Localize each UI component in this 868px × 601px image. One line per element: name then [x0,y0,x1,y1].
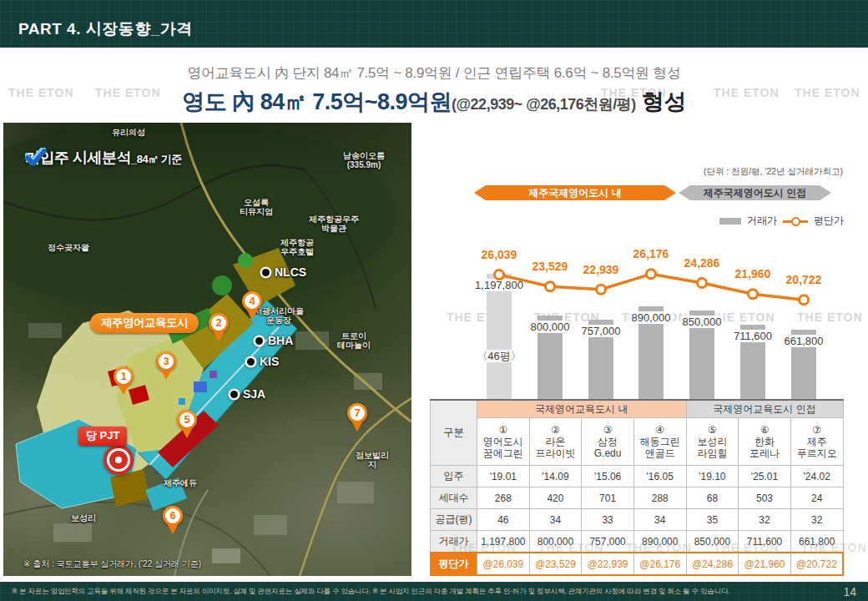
place-label: 오설록 티뮤지엄 [240,198,273,216]
table-cell: 661,800 [790,531,843,553]
table-cell: 420 [529,487,582,509]
table-row-movein: 입주 '19.01 '14.09 '15.06 '16.05 '19.10 '2… [431,466,844,487]
table-row-supply: 공급(평) 46 34 33 34 35 32 32 [431,509,844,531]
english-city-badge: 제주영어교육도시 [90,313,199,333]
pin-number: 5 [179,412,194,427]
table-row-unitprice: 평단가 @26,039 @23,529 @22,939 @26,176 @24,… [431,553,844,575]
table-cell: '15.06 [582,466,634,487]
pin-number: 1 [116,369,131,384]
banner-english-city-in: 제주국제영어도시 내 [474,185,676,200]
table-cell: @23,529 [529,553,582,575]
map-pin-1: 1 [112,366,135,398]
map-pin-5: 5 [175,410,199,442]
unit-note: (단위 : 천원/평, '22년 실거래가최고) [704,166,843,178]
main-title-paren: (@22,939~ @26,176천원/평) [452,96,636,113]
table-cell: @22,939 [582,553,634,575]
school-name: SJA [243,387,265,401]
table-cell: 288 [633,487,686,509]
place-label: 정수곶자왈 [48,243,89,252]
pin-number: 4 [245,294,260,309]
table-cell: @21,960 [739,553,791,575]
place-label: 보성리 [71,513,96,523]
row-label: 거래가 [431,531,477,553]
main-title: 영도 內 84㎡ 7.5억~8.9억원(@22,939~ @26,176천원/평… [0,87,868,117]
disclaimer-text: ※ 본 자료는 영업인력의 교육을 위해 제작된 것으로 본 자료의 이미지컷,… [12,587,843,597]
place-label: 유리의성 [112,128,145,137]
row-label: 입주 [431,466,477,487]
table-row-price: 거래가 1,197,800 800,000 757,000 890,000 85… [431,531,844,553]
row-label: 세대수 [431,487,477,509]
table-cell: 24 [790,487,843,509]
table-cell: '14.09 [529,466,582,487]
school-name: KIS [260,355,279,368]
chart-legend: 거래가 평단가 [719,214,844,228]
column-header: ⑤ 보성리 라임힐 [686,418,739,466]
table-cell: 701 [582,487,634,509]
school-name: BHA [268,334,293,347]
table-cell: @26,039 [477,553,530,575]
bar-legend-swatch [719,218,741,225]
map-legend-title: 기입주 시세분석_84㎡ 기준 [25,148,182,168]
main-title-suffix: 형성 [636,89,686,114]
school-dot-icon [262,269,270,276]
satellite-map: 기입주 시세분석_84㎡ 기준 유리의성 남송이오름 (335.9m) 오설록 … [3,123,411,576]
table-cell: 800,000 [529,531,582,553]
map-pin-6: 6 [161,506,184,538]
slide-header-bar: PART 4. 시장동향_가격 [0,0,868,48]
school-marker-nlcs: NLCS [262,265,306,279]
page-number: 14 [843,585,856,598]
school-marker-sja: SJA [230,387,265,401]
table-cell: '25.01 [739,466,791,487]
table-cell: 46 [477,509,530,531]
table-cell: 32 [739,509,791,531]
school-marker-kis: KIS [247,355,279,368]
school-dot-icon [230,391,238,398]
main-title-price: 영도 內 84㎡ 7.5억~8.9억원 [182,89,452,114]
place-label: 트로이 테마놀이 [337,331,371,350]
table-cell: 35 [686,509,739,531]
column-header: ⑥ 한화 포레나 [739,418,791,466]
place-label: 점보빌리지 [353,451,392,469]
pin-number: 3 [159,354,174,369]
table-cell: 850,000 [686,531,739,553]
table-cell: 503 [739,487,791,509]
school-dot-icon [255,337,263,345]
line-value-label: 22,939 [568,263,634,276]
slide-footer-bar: ※ 본 자료는 영업인력의 교육을 위해 제작된 것으로 본 자료의 이미지컷,… [0,582,868,601]
pin-number: 2 [211,316,226,331]
title-block: 영어교육도시 內 단지 84㎡ 7.5억 ~ 8.9억원 / 인근 연립주택 6… [0,63,868,117]
line-value-label: 20,722 [770,273,837,286]
place-label: 제주항공우주 박물관 [309,215,359,233]
unit-price-line [430,242,843,399]
column-header: ② 라온 프라이빗 [529,418,582,466]
table-cell: @26,176 [633,553,686,575]
table-cell: 34 [633,509,686,531]
price-table: 구분 국제영어교육도시 내 국제영어교육도시 인접 ① 영어도시 꿈에그린 ② … [430,399,844,576]
map-pin-4: 4 [240,291,264,323]
map-legend: 기입주 시세분석_84㎡ 기준 [25,148,182,168]
group-header-adj: 국제영어교육도시 인접 [686,400,843,418]
place-label: 제주항공 우주호텔 [280,238,314,256]
map-pin-7: 7 [346,403,369,435]
table-cell: '16.05 [633,466,686,487]
table-cell: 1,197,800 [477,531,530,553]
table-cell: 33 [582,509,634,531]
line-legend-icon [783,216,808,226]
table-cell: 68 [686,487,739,509]
pin-number: 7 [350,406,365,421]
row-label: 평단가 [431,553,477,575]
table-cell: '24.02 [790,466,843,487]
table-corner: 구분 [431,400,477,466]
table-cell: '19.01 [477,466,530,487]
row-label: 공급(평) [431,509,477,531]
project-badge: 당 PJT [78,427,127,446]
project-target-icon [109,451,128,469]
place-label: 제주에듀 [164,478,197,487]
column-header: ① 영어도시 꿈에그린 [477,418,530,466]
school-dot-icon [247,358,255,366]
table-row-households: 세대수 268 420 701 288 68 503 24 [431,487,844,509]
table-cell: 34 [529,509,582,531]
map-pin-3: 3 [154,351,178,383]
table-cell: 711,600 [739,531,791,553]
subtitle: 영어교육도시 內 단지 84㎡ 7.5억 ~ 8.9억원 / 인근 연립주택 6… [0,63,868,83]
